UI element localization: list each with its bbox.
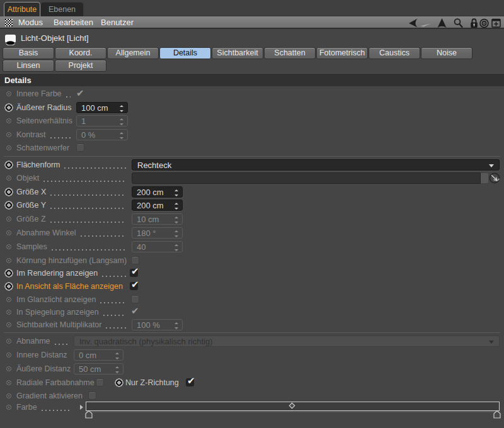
tab-allgemein[interactable]: Allgemein: [107, 47, 159, 59]
tab-fotometrisch[interactable]: Fotometrisch: [316, 47, 368, 59]
keyframe-dot-icon[interactable]: [4, 282, 13, 291]
row-flaechenform: Flächenform Rechteck: [0, 158, 504, 172]
field-label: Radiale Farbabnahme: [16, 378, 94, 387]
koernung-checkbox[interactable]: [131, 256, 139, 264]
dot-leader: [101, 266, 126, 280]
tab-ebenen[interactable]: Ebenen: [40, 2, 84, 16]
checkbox-checked-disabled[interactable]: ✔: [131, 307, 139, 316]
row-im-rendering: Im Rendering anzeigen ✔: [0, 266, 504, 280]
keyframe-dot-icon[interactable]: [4, 351, 13, 359]
keyframe-dot-icon[interactable]: [4, 378, 13, 387]
keyframe-dot-icon[interactable]: [4, 320, 13, 329]
field-label: Größe Y: [16, 201, 46, 210]
keyframe-dot-icon[interactable]: [4, 174, 13, 183]
keyframe-dot-icon[interactable]: [4, 215, 13, 223]
tab-koord[interactable]: Koord.: [55, 47, 106, 59]
im-glanzlicht-checkbox[interactable]: [131, 295, 139, 303]
field-label: Schattenwerfer: [16, 144, 69, 152]
row-in-ansicht: In Ansicht als Fläche anzeigen ✔: [0, 279, 504, 293]
field-label: Größe Z: [16, 215, 46, 223]
radiale-farbabnahme-checkbox[interactable]: [96, 378, 104, 386]
keyframe-dot-icon[interactable]: [4, 308, 13, 317]
field-value: 100 cm: [81, 103, 108, 113]
gradient-aktivieren-checkbox[interactable]: [88, 391, 96, 400]
tab-details[interactable]: Details: [159, 47, 211, 59]
gradient-knot-handle[interactable]: [85, 410, 93, 419]
stepper-icon[interactable]: [175, 203, 178, 210]
tab-schatten[interactable]: Schatten: [264, 47, 316, 59]
tab-sichtbarkeit[interactable]: Sichtbarkeit: [212, 47, 263, 59]
keyframe-dot-icon[interactable]: [4, 188, 13, 196]
navigate-arrow-icon[interactable]: [437, 18, 447, 28]
dot-leader: [49, 212, 126, 226]
history-back-icon[interactable]: [408, 18, 418, 28]
groesse-y-input[interactable]: 200 cm: [132, 200, 183, 211]
keyframe-dot-icon[interactable]: [4, 201, 13, 210]
dot-leader: [49, 185, 126, 199]
aeussere-distanz-input: 50 cm: [74, 363, 123, 374]
field-label: Objekt: [16, 174, 39, 183]
field-value: 50 cm: [79, 364, 101, 374]
keyframe-dot-icon[interactable]: [4, 89, 13, 98]
menu-benutzer[interactable]: Benutzer: [101, 16, 134, 29]
stepper-icon[interactable]: [175, 189, 178, 196]
keyframe-dot-icon[interactable]: [4, 391, 13, 400]
menu-modus[interactable]: Modus: [18, 16, 43, 29]
add-panel-icon[interactable]: [491, 18, 501, 28]
separator: [4, 332, 500, 333]
drag-handle-grid-icon[interactable]: [5, 19, 13, 26]
keyframe-dot-icon[interactable]: [4, 103, 13, 112]
flaechenform-dropdown[interactable]: Rechteck: [132, 159, 500, 171]
groesse-x-input[interactable]: 200 cm: [132, 186, 183, 198]
keyframe-dot-icon[interactable]: [4, 364, 13, 373]
history-forward-icon[interactable]: [418, 18, 432, 28]
row-aeussere-distanz: Äußere Distanz 50 cm: [0, 362, 504, 376]
objekt-link-button[interactable]: [481, 172, 489, 184]
row-seitenverhaeltnis: Seitenverhältnis 1: [0, 114, 504, 128]
schattenwerfer-checkbox[interactable]: [76, 144, 84, 152]
keyframe-dot-icon[interactable]: [4, 144, 13, 152]
dot-leader: [65, 87, 71, 101]
field-value: Rechteck: [137, 160, 171, 171]
stepper-icon[interactable]: [120, 105, 123, 112]
field-label: Im Rendering anzeigen: [16, 269, 98, 278]
keyframe-dot-icon[interactable]: [4, 269, 13, 278]
search-icon[interactable]: [453, 18, 464, 28]
stepper-icon: [120, 132, 123, 139]
field-value: 0 %: [81, 130, 95, 140]
check-icon: ✔: [131, 280, 139, 290]
menu-bearbeiten[interactable]: Bearbeiten: [54, 16, 93, 29]
lock-icon[interactable]: [469, 18, 479, 28]
keyframe-dot-icon[interactable]: [115, 378, 123, 387]
keyframe-dot-icon[interactable]: [4, 116, 13, 125]
keyframe-dot-icon[interactable]: [4, 160, 13, 169]
objekt-link-field[interactable]: [132, 172, 481, 184]
field-value: 1: [81, 116, 86, 127]
field-label: Körnung hinzufügen (Langsam): [16, 256, 127, 265]
tab-attribute[interactable]: Attribute: [4, 2, 40, 16]
keyframe-dot-icon[interactable]: [4, 337, 13, 346]
expand-arrow-icon[interactable]: [80, 405, 83, 410]
field-value: 10 cm: [137, 215, 159, 225]
keyframe-dot-icon[interactable]: [4, 242, 13, 251]
object-picker-icon[interactable]: [489, 172, 500, 184]
keyframe-dot-icon[interactable]: [4, 130, 13, 139]
keyframe-dot-icon[interactable]: [4, 256, 13, 265]
row-groesse-z: Größe Z 10 cm: [0, 212, 504, 226]
aeusserer-radius-input[interactable]: 100 cm: [76, 102, 128, 113]
gradient-knot-handle[interactable]: [493, 410, 501, 419]
tab-caustics[interactable]: Caustics: [369, 47, 420, 59]
keyframe-dot-icon[interactable]: [4, 228, 13, 237]
tab-basis[interactable]: Basis: [3, 47, 54, 59]
tab-linsen[interactable]: Linsen: [3, 60, 54, 72]
row-innere-farbe: Innere Farbe ✔: [0, 87, 504, 101]
tab-projekt[interactable]: Projekt: [55, 60, 106, 72]
dot-leader: [54, 334, 69, 348]
keyframe-dot-icon[interactable]: [4, 295, 13, 304]
field-label: Sichtbarkeit Multiplikator: [16, 320, 101, 329]
checkbox-checked-disabled[interactable]: ✔: [76, 89, 84, 98]
target-icon[interactable]: [479, 18, 490, 28]
tab-noise[interactable]: Noise: [421, 47, 472, 59]
stepper-icon: [115, 366, 119, 373]
keyframe-dot-icon[interactable]: [4, 403, 13, 412]
